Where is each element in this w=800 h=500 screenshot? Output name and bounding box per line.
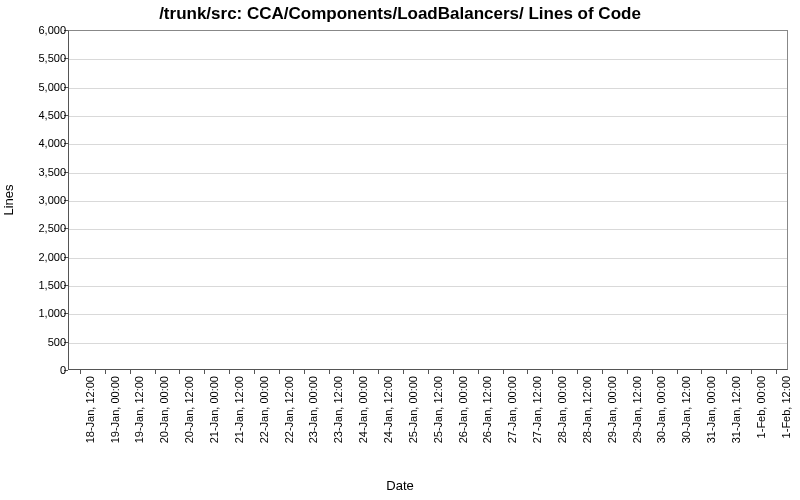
y-tick-label: 1,500 — [6, 279, 66, 291]
gridline-h — [69, 59, 787, 60]
y-tick-label: 0 — [6, 364, 66, 376]
x-tickmark — [652, 370, 653, 374]
x-tickmark — [155, 370, 156, 374]
x-tickmark — [353, 370, 354, 374]
gridline-h — [69, 144, 787, 145]
y-tick-label: 3,500 — [6, 166, 66, 178]
x-tickmark — [776, 370, 777, 374]
y-tick-label: 4,500 — [6, 109, 66, 121]
y-tick-label: 5,000 — [6, 81, 66, 93]
y-tick-label: 5,500 — [6, 52, 66, 64]
gridline-h — [69, 201, 787, 202]
x-tickmark — [403, 370, 404, 374]
y-tick-label: 4,000 — [6, 137, 66, 149]
chart-container: /trunk/src: CCA/Components/LoadBalancers… — [0, 0, 800, 500]
x-tickmark — [130, 370, 131, 374]
x-tickmark — [726, 370, 727, 374]
x-tickmark — [105, 370, 106, 374]
x-axis-label: Date — [0, 478, 800, 493]
gridline-h — [69, 116, 787, 117]
x-tickmark — [677, 370, 678, 374]
x-tickmark — [179, 370, 180, 374]
gridline-h — [69, 88, 787, 89]
x-tickmark — [527, 370, 528, 374]
x-tickmark — [577, 370, 578, 374]
x-tickmark — [503, 370, 504, 374]
x-tickmark — [279, 370, 280, 374]
x-tickmark — [428, 370, 429, 374]
plot-area — [68, 30, 788, 370]
x-tickmark — [701, 370, 702, 374]
x-tickmark — [751, 370, 752, 374]
gridline-h — [69, 343, 787, 344]
x-tickmark — [552, 370, 553, 374]
chart-title: /trunk/src: CCA/Components/LoadBalancers… — [0, 4, 800, 24]
y-tick-label: 3,000 — [6, 194, 66, 206]
x-tickmark — [80, 370, 81, 374]
gridline-h — [69, 173, 787, 174]
x-tickmark — [602, 370, 603, 374]
x-tickmark — [254, 370, 255, 374]
x-tickmark — [627, 370, 628, 374]
x-tickmark — [304, 370, 305, 374]
x-tickmark — [329, 370, 330, 374]
x-tickmark — [378, 370, 379, 374]
y-tick-label: 6,000 — [6, 24, 66, 36]
gridline-h — [69, 229, 787, 230]
x-tickmark — [478, 370, 479, 374]
y-tick-label: 2,000 — [6, 251, 66, 263]
gridline-h — [69, 314, 787, 315]
gridline-h — [69, 258, 787, 259]
x-tickmark — [204, 370, 205, 374]
x-tickmark — [453, 370, 454, 374]
y-tick-label: 1,000 — [6, 307, 66, 319]
y-tick-label: 2,500 — [6, 222, 66, 234]
gridline-h — [69, 286, 787, 287]
y-tick-label: 500 — [6, 336, 66, 348]
x-tickmark — [229, 370, 230, 374]
